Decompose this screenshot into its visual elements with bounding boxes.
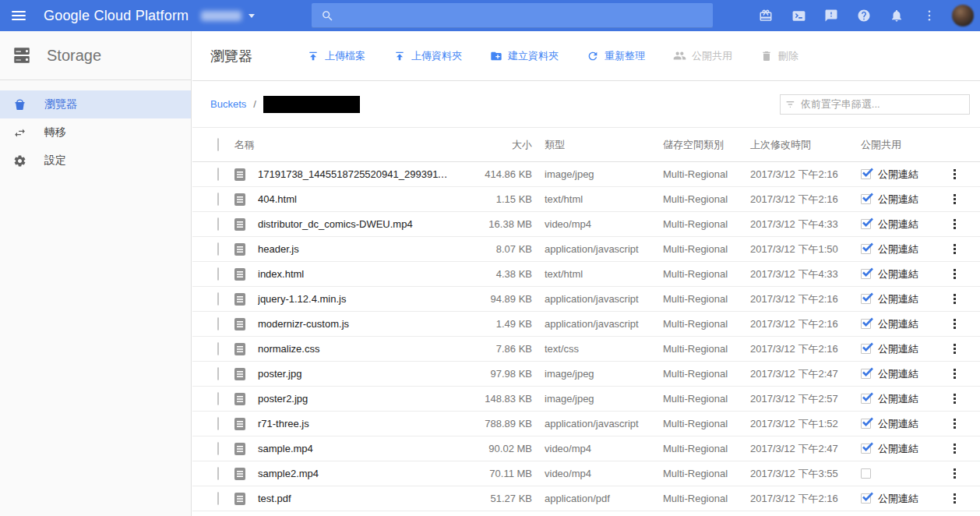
feedback-icon[interactable] [818, 2, 844, 29]
public-share-checkbox[interactable] [861, 369, 871, 379]
row-checkbox[interactable] [217, 168, 219, 181]
refresh-button[interactable]: 重新整理 [587, 49, 645, 63]
row-checkbox[interactable] [217, 467, 219, 480]
file-name[interactable]: 404.html [258, 193, 460, 205]
public-link-label[interactable]: 公開連結 [878, 168, 918, 182]
public-share-checkbox[interactable] [861, 444, 871, 454]
upload-folder-button[interactable]: 上傳資料夾 [393, 49, 462, 63]
row-checkbox[interactable] [217, 317, 219, 330]
public-share-checkbox[interactable] [861, 468, 871, 479]
row-more-menu-icon[interactable] [942, 417, 967, 430]
file-type: application/javascript [545, 318, 663, 330]
more-vertical-icon[interactable] [916, 2, 943, 29]
file-name[interactable]: normalize.css [258, 343, 460, 355]
prefix-filter-input[interactable] [801, 98, 964, 110]
last-modified: 2017/3/12 下午2:47 [750, 442, 861, 456]
row-more-menu-icon[interactable] [942, 242, 967, 256]
cloud-shell-icon[interactable] [785, 2, 812, 29]
file-name[interactable]: jquery-1.12.4.min.js [258, 293, 460, 305]
avatar[interactable] [952, 5, 974, 27]
file-name[interactable]: test.pdf [258, 493, 460, 504]
file-name[interactable]: sample2.mp4 [258, 468, 460, 479]
file-name[interactable]: sample.mp4 [258, 443, 460, 454]
row-checkbox[interactable] [217, 342, 219, 355]
file-icon [234, 293, 245, 306]
last-modified: 2017/3/12 下午2:57 [750, 392, 861, 406]
create-folder-button[interactable]: 建立資料夾 [490, 49, 559, 63]
row-checkbox[interactable] [217, 367, 219, 380]
public-share-checkbox[interactable] [861, 269, 871, 279]
breadcrumb-buckets-link[interactable]: Buckets [210, 98, 246, 110]
public-link-label[interactable]: 公開連結 [878, 392, 918, 406]
public-share-checkbox[interactable] [861, 394, 871, 404]
public-share-checkbox[interactable] [861, 169, 871, 179]
public-share-checkbox[interactable] [861, 294, 871, 304]
public-link-label[interactable]: 公開連結 [878, 242, 918, 256]
row-checkbox[interactable] [217, 292, 219, 306]
notifications-bell-icon[interactable] [883, 2, 910, 29]
upload-file-button[interactable]: 上傳檔案 [307, 49, 365, 63]
row-more-menu-icon[interactable] [942, 217, 967, 231]
row-more-menu-icon[interactable] [942, 317, 967, 330]
public-link-label[interactable]: 公開連結 [878, 292, 918, 306]
delete-button[interactable]: 刪除 [760, 49, 798, 63]
row-more-menu-icon[interactable] [942, 292, 967, 306]
sidebar-item-settings[interactable]: 設定 [0, 147, 191, 175]
public-link-label[interactable]: 公開連結 [878, 417, 918, 431]
row-more-menu-icon[interactable] [942, 168, 967, 181]
public-link-label[interactable]: 公開連結 [878, 217, 918, 231]
public-link-label[interactable]: 公開連結 [878, 442, 918, 456]
file-type: application/javascript [545, 243, 663, 255]
row-more-menu-icon[interactable] [942, 492, 967, 505]
file-name[interactable]: distributor_dc_comics-DWEU.mp4 [258, 218, 460, 230]
sidebar-item-browser[interactable]: 瀏覽器 [0, 90, 191, 118]
public-link-label[interactable]: 公開連結 [878, 367, 918, 381]
file-name[interactable]: poster.jpg [258, 368, 460, 380]
row-more-menu-icon[interactable] [942, 193, 967, 206]
select-all-checkbox[interactable] [217, 138, 219, 151]
share-publicly-button[interactable]: 公開共用 [673, 49, 732, 63]
menu-icon[interactable] [0, 0, 37, 31]
row-checkbox[interactable] [217, 217, 219, 231]
row-checkbox[interactable] [217, 267, 219, 281]
gift-icon[interactable] [753, 2, 779, 29]
file-name[interactable]: r71-three.js [258, 418, 460, 429]
public-link-label[interactable]: 公開連結 [878, 342, 918, 356]
row-more-menu-icon[interactable] [942, 267, 967, 281]
row-checkbox[interactable] [217, 392, 219, 405]
public-share-checkbox[interactable] [861, 219, 871, 229]
file-name[interactable]: modernizr-custom.js [258, 318, 460, 330]
check-icon [862, 316, 874, 328]
file-name[interactable]: header.js [258, 243, 460, 255]
row-checkbox[interactable] [217, 417, 219, 430]
public-share-checkbox[interactable] [861, 493, 871, 504]
row-more-menu-icon[interactable] [942, 442, 967, 455]
public-link-label[interactable]: 公開連結 [878, 193, 918, 207]
public-link-label[interactable]: 公開連結 [878, 267, 918, 281]
row-checkbox[interactable] [217, 442, 219, 455]
last-modified: 2017/3/12 下午2:16 [750, 168, 861, 182]
row-more-menu-icon[interactable] [942, 467, 967, 480]
sidebar-item-transfer[interactable]: 轉移 [0, 118, 191, 147]
file-name[interactable]: poster2.jpg [258, 393, 460, 405]
public-share-checkbox[interactable] [861, 344, 871, 354]
help-icon[interactable] [851, 2, 877, 29]
table-row: poster.jpg 97.98 KB image/jpeg Multi-Reg… [192, 362, 980, 387]
row-checkbox[interactable] [217, 242, 219, 256]
public-share-checkbox[interactable] [861, 319, 871, 329]
project-selector[interactable] [201, 11, 255, 21]
row-more-menu-icon[interactable] [942, 367, 967, 380]
file-type: video/mp4 [545, 443, 663, 454]
row-more-menu-icon[interactable] [942, 392, 967, 405]
global-search-input[interactable] [312, 3, 713, 28]
public-link-label[interactable]: 公開連結 [878, 317, 918, 331]
file-name[interactable]: 17191738_1445518725520941_2993911786045.… [258, 168, 460, 180]
public-share-checkbox[interactable] [861, 419, 871, 429]
row-checkbox[interactable] [217, 492, 219, 505]
public-share-checkbox[interactable] [861, 194, 871, 204]
row-checkbox[interactable] [217, 193, 219, 206]
row-more-menu-icon[interactable] [942, 342, 967, 355]
public-link-label[interactable]: 公開連結 [878, 492, 918, 506]
file-name[interactable]: index.html [258, 268, 460, 280]
public-share-checkbox[interactable] [861, 244, 871, 254]
